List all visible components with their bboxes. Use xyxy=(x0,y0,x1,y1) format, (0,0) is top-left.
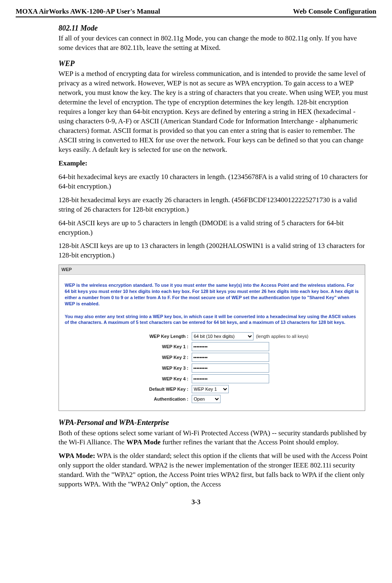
label-wep-key-2: WEP Key 2 : xyxy=(65,354,192,361)
para-example-64ascii: 64-bit ASCII keys are up to 5 characters… xyxy=(59,219,372,238)
label-wep-key-4: WEP Key 4 : xyxy=(65,376,192,382)
wpa-mode-text: WPA is the older standard; select this o… xyxy=(59,452,367,488)
row-wep-key-4: WEP Key 4 : xyxy=(65,374,359,383)
wep-key-3-input[interactable] xyxy=(192,363,269,373)
wep-key-length-select[interactable]: 64 bit (10 hex digits) xyxy=(192,332,254,340)
label-authentication: Authentication : xyxy=(65,396,192,402)
row-authentication: Authentication : Open xyxy=(65,395,359,403)
para-example-128ascii: 128-bit ASCII keys are up to 13 characte… xyxy=(59,241,372,260)
para-example-128hex: 128-bit hexadecimal keys are exactly 26 … xyxy=(59,196,372,215)
heading-80211-mode: 802.11 Mode xyxy=(59,23,372,33)
para-wpa-mode: WPA Mode: WPA is the older standard; sel… xyxy=(59,451,372,489)
label-example: Example: xyxy=(59,159,372,168)
wpa-mode-label: WPA Mode: xyxy=(59,452,95,460)
heading-wep: WEP xyxy=(59,59,372,68)
para-wpa-intro: Both of these options select some varian… xyxy=(59,429,372,448)
header-right: Web Console Configuration xyxy=(293,7,376,16)
wpa-intro-b: further refines the variant that the Acc… xyxy=(161,438,339,446)
row-wep-key-3: WEP Key 3 : xyxy=(65,363,359,373)
row-wep-key-2: WEP Key 2 : xyxy=(65,353,359,362)
wpa-mode-bold: WPA Mode xyxy=(126,438,160,446)
default-wep-key-select[interactable]: WEP Key 1 xyxy=(192,385,229,393)
wep-blurb-2: You may also enter any text string into … xyxy=(65,314,359,326)
page-header: MOXA AirWorks AWK-1200-AP User's Manual … xyxy=(16,7,376,16)
label-default-wep-key: Default WEP Key : xyxy=(65,386,192,392)
page-number: 3-3 xyxy=(16,498,376,506)
label-wep-key-3: WEP Key 3 : xyxy=(65,365,192,371)
heading-wpa: WPA-Personal and WPA-Enterprise xyxy=(59,418,372,427)
row-wep-key-1: WEP Key 1 : xyxy=(65,342,359,351)
para-wep-desc: WEP is a method of encrypting data for w… xyxy=(59,69,372,154)
header-rule xyxy=(16,17,376,17)
authentication-select[interactable]: Open xyxy=(192,395,221,403)
label-wep-key-1: WEP Key 1 : xyxy=(65,344,192,350)
wep-panel-body: WEP is the wireless encryption standard.… xyxy=(59,275,365,411)
wep-screenshot-panel: WEP WEP is the wireless encryption stand… xyxy=(59,264,365,411)
wep-key-1-input[interactable] xyxy=(192,342,269,351)
para-80211-mode: If all of your devices can connect in 80… xyxy=(59,34,372,53)
content: 802.11 Mode If all of your devices can c… xyxy=(16,23,376,489)
row-default-wep-key: Default WEP Key : WEP Key 1 xyxy=(65,385,359,393)
para-example-64hex: 64-bit hexadecimal keys are exactly 10 c… xyxy=(59,172,372,191)
wep-key-4-input[interactable] xyxy=(192,374,269,383)
wep-key-2-input[interactable] xyxy=(192,353,269,362)
page: MOXA AirWorks AWK-1200-AP User's Manual … xyxy=(0,0,392,518)
wep-panel-title: WEP xyxy=(59,265,365,275)
row-wep-key-length: WEP Key Length : 64 bit (10 hex digits) … xyxy=(65,332,359,340)
header-left: MOXA AirWorks AWK-1200-AP User's Manual xyxy=(16,7,160,16)
label-wep-key-length: WEP Key Length : xyxy=(65,333,192,340)
wep-key-length-note: (length applies to all keys) xyxy=(256,333,308,340)
wep-blurb-1: WEP is the wireless encryption standard.… xyxy=(65,282,359,307)
